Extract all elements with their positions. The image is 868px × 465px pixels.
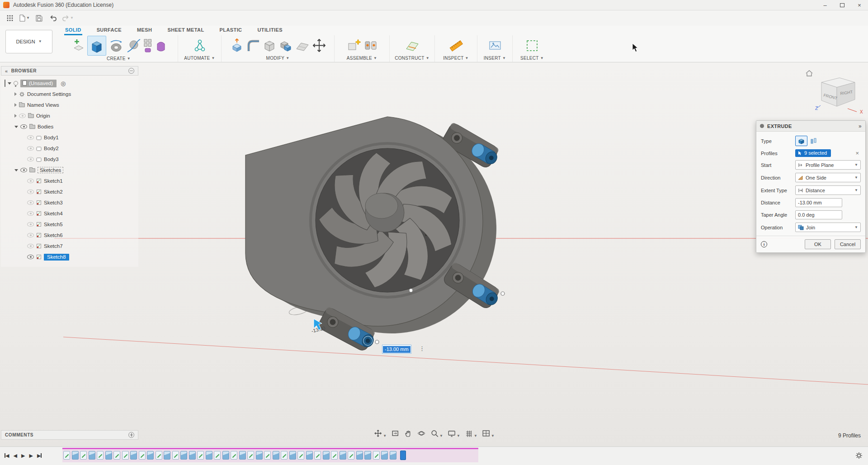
timeline-feature-sketch[interactable] <box>63 451 70 460</box>
step-forward-button[interactable]: ▶ <box>29 451 33 460</box>
cancel-button[interactable]: Cancel <box>835 239 861 249</box>
measure-button[interactable] <box>449 38 463 53</box>
timeline-feature-extrude[interactable] <box>306 451 313 460</box>
timeline-feature-sketch[interactable] <box>297 451 304 460</box>
timeline-feature-sketch[interactable] <box>97 451 104 460</box>
tab-solid[interactable]: SOLID <box>64 26 82 35</box>
look-at-button[interactable] <box>391 429 400 438</box>
timeline-feature-sketch[interactable] <box>214 451 221 460</box>
browser-item-sketch4[interactable]: Sketch4 <box>1 208 138 219</box>
browser-item-named-views[interactable]: Named Views <box>1 100 138 110</box>
undo-button[interactable] <box>47 12 59 24</box>
select-button[interactable] <box>525 38 539 53</box>
group-label-select[interactable]: SELECT▼ <box>520 55 544 62</box>
browser-item-body3[interactable]: Body3 <box>1 154 138 165</box>
browser-item-sketch1[interactable]: Sketch1 <box>1 176 138 186</box>
timeline-feature-extrude[interactable] <box>105 451 112 460</box>
timeline-settings-button[interactable] <box>855 452 863 460</box>
browser-item-origin[interactable]: Origin <box>1 110 138 121</box>
insert-button[interactable] <box>488 38 502 53</box>
step-back-button[interactable]: ◀ <box>13 451 17 460</box>
dialog-header[interactable]: EXTRUDE » <box>756 121 865 132</box>
taper-angle-input[interactable] <box>795 210 842 219</box>
timeline-feature-extrude[interactable] <box>189 451 196 460</box>
visibility-eye-icon[interactable] <box>27 211 34 216</box>
timeline-feature-extrude[interactable] <box>222 451 229 460</box>
viewports-button[interactable]: ▼ <box>481 429 495 438</box>
home-icon[interactable] <box>806 71 812 76</box>
info-icon[interactable]: i <box>761 241 767 247</box>
visibility-eye-icon[interactable] <box>27 146 34 151</box>
timeline-feature-sketch[interactable] <box>172 451 179 460</box>
tab-mesh[interactable]: MESH <box>136 26 153 35</box>
browser-item-sketch2[interactable]: Sketch2 <box>1 186 138 197</box>
create-form-button[interactable] <box>155 38 167 53</box>
offset-plane-button[interactable] <box>295 38 310 53</box>
save-button[interactable] <box>33 12 45 24</box>
timeline-feature-extrude[interactable] <box>180 451 187 460</box>
workspace-selector[interactable]: DESIGN ▼ <box>5 30 52 53</box>
grid-snap-button[interactable]: ▼ <box>464 429 477 438</box>
tab-plastic[interactable]: PLASTIC <box>219 26 243 35</box>
expand-icon[interactable] <box>14 92 17 96</box>
pan-button[interactable] <box>404 429 413 438</box>
timeline-feature-sketch[interactable] <box>348 451 354 460</box>
timeline-feature-extrude[interactable] <box>289 451 296 460</box>
collapse-all-icon[interactable] <box>128 68 134 74</box>
tab-surface[interactable]: SURFACE <box>96 26 123 35</box>
minimize-button[interactable]: – <box>816 0 834 10</box>
root-document-chip[interactable]: (Unsaved) <box>20 80 57 87</box>
visibility-eye-icon[interactable] <box>27 179 34 183</box>
timeline-feature-sketch[interactable] <box>247 451 254 460</box>
timeline-feature-sketch[interactable] <box>122 451 129 460</box>
timeline-feature-extrude[interactable] <box>89 451 95 460</box>
ok-button[interactable]: OK <box>805 239 831 249</box>
expand-icon[interactable] <box>14 114 17 118</box>
construct-plane-button[interactable] <box>405 38 420 53</box>
expand-icon[interactable] <box>8 82 11 85</box>
timeline-feature-sketch[interactable] <box>156 451 162 460</box>
maximize-button[interactable] <box>834 0 851 10</box>
timeline-feature-sketch[interactable] <box>314 451 321 460</box>
timeline-feature-sketch[interactable] <box>197 451 204 460</box>
browser-item-sketch6[interactable]: Sketch6 <box>1 230 138 241</box>
redo-button[interactable]: ▼ <box>62 12 74 24</box>
combine-button[interactable] <box>279 38 292 53</box>
tab-sheet-metal[interactable]: SHEET METAL <box>166 26 205 35</box>
new-component-button[interactable] <box>347 38 361 53</box>
add-comment-icon[interactable] <box>128 432 134 438</box>
type-extrude-button[interactable] <box>795 136 807 146</box>
collapse-icon[interactable] <box>14 126 18 128</box>
browser-item-sketch8[interactable]: Sketch8 <box>1 251 138 262</box>
group-label-create[interactable]: CREATE▼ <box>107 56 131 62</box>
comments-bar[interactable]: COMMENTS <box>1 430 138 440</box>
pan-orbit-selector[interactable]: ▼ <box>373 429 387 438</box>
browser-item-sketch5[interactable]: Sketch5 <box>1 219 138 230</box>
play-button[interactable]: ▶ <box>21 451 25 460</box>
profiles-selected-badge[interactable]: 9 selected <box>795 149 831 157</box>
timeline-feature-sketch[interactable] <box>80 451 87 460</box>
group-label-inspect[interactable]: INSPECT▼ <box>443 55 469 62</box>
visibility-eye-icon[interactable] <box>19 114 26 118</box>
browser-item-body1[interactable]: Body1 <box>1 132 138 143</box>
move-copy-button[interactable] <box>312 38 326 53</box>
timeline-feature-extrude[interactable] <box>381 451 388 460</box>
start-select[interactable]: Profile Plane ▼ <box>795 160 861 170</box>
group-label-construct[interactable]: CONSTRUCT▼ <box>395 55 429 62</box>
direction-select[interactable]: One Side ▼ <box>795 173 861 182</box>
joint-button[interactable] <box>364 38 377 53</box>
timeline-feature-extrude[interactable] <box>323 451 330 460</box>
fillet-button[interactable] <box>246 38 260 53</box>
browser-item-bodies[interactable]: Bodies <box>1 121 138 132</box>
pattern-tools-button[interactable] <box>143 38 152 53</box>
timeline-feature-extrude[interactable] <box>256 451 263 460</box>
timeline-feature-sketch[interactable] <box>373 451 380 460</box>
go-to-end-button[interactable]: ▶ <box>37 451 42 460</box>
extrude-button[interactable] <box>87 36 106 56</box>
timeline-feature-sketch[interactable] <box>231 451 237 460</box>
browser-header[interactable]: « BROWSER <box>1 66 138 76</box>
zoom-button[interactable]: ▼ <box>430 429 443 438</box>
group-label-automate[interactable]: AUTOMATE▼ <box>184 55 215 62</box>
display-settings-button[interactable]: ▼ <box>447 429 460 438</box>
visibility-eye-icon[interactable] <box>27 244 34 248</box>
